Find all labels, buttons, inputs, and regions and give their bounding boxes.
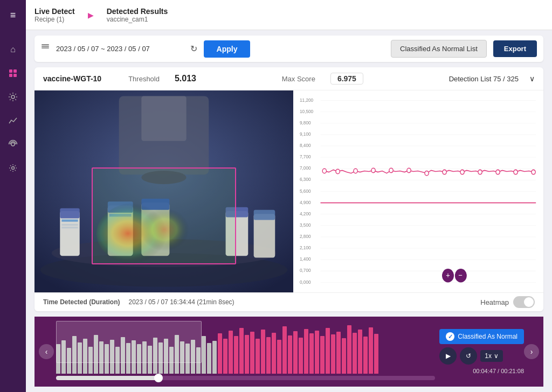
svg-rect-1	[13, 69, 17, 73]
svg-text:2,100: 2,100	[300, 245, 311, 251]
timestamp-display: 00:04:47 / 00:21:08	[439, 368, 524, 374]
content-area: 2023 / 05 / 07 ~ 2023 / 05 / 07 ↻ Apply …	[26, 30, 552, 392]
detection-area: 11,200 10,500 9,800 9,100 8,400 7,700 7,…	[34, 90, 543, 292]
heatmap-label: Heatmap	[480, 298, 509, 306]
svg-rect-17	[60, 208, 79, 219]
svg-point-73	[425, 171, 429, 175]
gear-icon[interactable]	[3, 158, 23, 178]
svg-rect-30	[254, 214, 275, 257]
svg-point-71	[389, 168, 393, 172]
refresh-button[interactable]: ↻	[190, 44, 197, 54]
timeline-bar-item	[315, 331, 319, 374]
menu-icon[interactable]: ≡	[3, 5, 23, 25]
svg-point-6	[12, 167, 15, 170]
timeline-bar-item	[207, 343, 211, 374]
export-button[interactable]: Export	[493, 40, 537, 57]
info-bar: vaccine-WGT-10 Threshold 5.013 Max Score…	[34, 67, 543, 90]
svg-point-5	[11, 143, 15, 146]
progress-track[interactable]	[56, 376, 435, 380]
svg-point-70	[371, 168, 375, 172]
svg-rect-19	[61, 224, 78, 226]
svg-text:8,400: 8,400	[300, 143, 311, 149]
svg-text:7,000: 7,000	[300, 165, 311, 171]
chart-panel: 11,200 10,500 9,800 9,100 8,400 7,700 7,…	[293, 90, 543, 292]
play-button[interactable]: ▶	[439, 347, 457, 365]
radio-icon[interactable]	[3, 135, 23, 154]
timeline-bar-item	[342, 338, 346, 374]
replay-button[interactable]: ↺	[460, 347, 477, 365]
recipe-label: Recipe (1)	[34, 16, 75, 23]
date-range-display: 2023 / 05 / 07 ~ 2023 / 05 / 07	[56, 45, 184, 53]
svg-point-75	[460, 170, 464, 174]
classified-btn-label: Classified As Normal	[458, 333, 518, 340]
svg-rect-9	[42, 47, 49, 48]
timeline-bar-item	[272, 333, 276, 374]
detection-list-dropdown[interactable]: ∨	[529, 74, 535, 83]
timeline-bar-item	[245, 335, 249, 374]
timeline-bar-item	[223, 339, 227, 374]
timeline-bar-item	[288, 335, 292, 374]
detected-results-section: Detected Results vaccine_cam1	[98, 3, 177, 27]
speed-button[interactable]: 1x ∨	[480, 350, 503, 362]
apply-button[interactable]: Apply	[204, 40, 251, 58]
time-bar: Time Detected (Duration) 2023 / 05 / 07 …	[34, 292, 543, 311]
svg-rect-2	[9, 74, 12, 77]
svg-rect-18	[61, 220, 78, 222]
timeline-prev-button[interactable]: ‹	[39, 344, 54, 359]
timeline-bar-item	[353, 333, 357, 374]
timeline-bar: ‹	[34, 317, 543, 387]
model-name: vaccine-WGT-10	[43, 74, 101, 83]
speed-dropdown-icon: ∨	[494, 352, 499, 360]
svg-text:5,600: 5,600	[300, 188, 311, 194]
score-chart: 11,200 10,500 9,800 9,100 8,400 7,700 7,…	[300, 95, 537, 288]
timeline-bar-item	[239, 328, 244, 374]
svg-text:4,900: 4,900	[300, 199, 311, 205]
timeline-bar-item	[212, 341, 217, 374]
timeline-bar-item	[336, 332, 341, 374]
timeline-bar-item	[261, 330, 265, 374]
svg-point-72	[407, 168, 411, 172]
time-detected-value: 2023 / 05 / 07 16:34:44 (21min 8sec)	[128, 298, 234, 306]
progress-thumb[interactable]	[154, 374, 163, 382]
classified-normal-list-button[interactable]: Classified As Normal List	[391, 40, 487, 58]
home-icon[interactable]: ⌂	[3, 40, 23, 59]
detection-image-bg	[34, 90, 293, 292]
svg-text:10,500: 10,500	[300, 108, 313, 114]
speed-label: 1x	[485, 352, 492, 360]
classified-as-normal-button[interactable]: ✓ Classified As Normal	[439, 329, 524, 344]
main-content: Live Detect Recipe (1) ▶ Detected Result…	[26, 0, 552, 392]
analytics-icon[interactable]	[3, 111, 23, 130]
timeline-bar-item	[234, 336, 238, 374]
max-score-label: Max Score	[282, 75, 315, 83]
selected-region	[56, 321, 202, 363]
timeline-bar-item	[282, 326, 287, 374]
svg-point-78	[514, 170, 518, 174]
detect-icon[interactable]	[3, 64, 23, 83]
svg-text:0,700: 0,700	[300, 268, 311, 274]
check-icon: ✓	[446, 332, 454, 341]
svg-text:3,500: 3,500	[300, 222, 311, 228]
timeline-bar-item	[299, 338, 303, 374]
svg-text:7,700: 7,700	[300, 154, 311, 160]
time-detected-label: Time Detected (Duration)	[43, 298, 120, 306]
sidebar: ≡ ⌂	[0, 0, 26, 392]
toggle-knob	[524, 297, 534, 307]
timeline-bar-item	[369, 327, 373, 374]
timeline-next-button[interactable]: ›	[524, 344, 539, 359]
timeline-bar-item	[250, 332, 254, 374]
svg-point-68	[336, 169, 340, 173]
svg-point-79	[532, 170, 535, 174]
detection-list-label: Detection List 75 / 325	[449, 75, 519, 83]
timeline-bar-item	[202, 336, 206, 374]
image-panel	[34, 90, 293, 292]
progress-fill	[56, 376, 158, 380]
timeline-bar-item	[331, 334, 335, 374]
svg-text:9,800: 9,800	[300, 120, 311, 125]
config-icon[interactable]	[3, 87, 23, 107]
svg-text:9,100: 9,100	[300, 131, 311, 137]
svg-rect-0	[9, 69, 12, 73]
timeline-bar-item	[229, 331, 233, 374]
heatmap-toggle: Heatmap	[480, 296, 535, 308]
heatmap-switch[interactable]	[513, 296, 535, 308]
timeline-bar-item	[218, 333, 222, 374]
